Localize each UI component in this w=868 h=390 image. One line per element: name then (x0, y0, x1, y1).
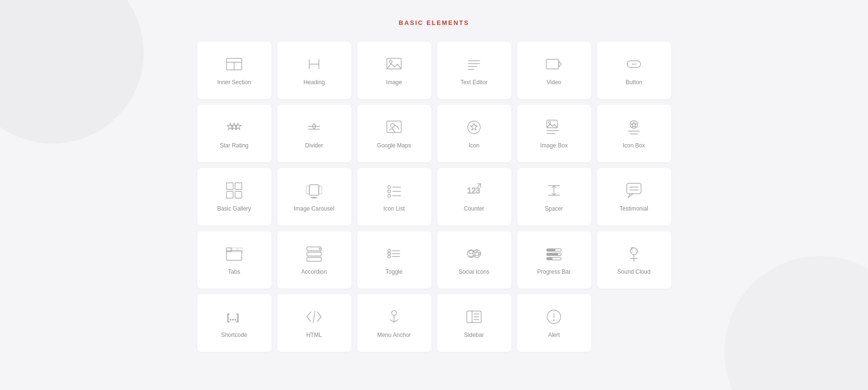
card-heading[interactable]: Heading (277, 42, 351, 99)
svg-rect-61 (232, 248, 237, 252)
svg-point-40 (314, 197, 315, 199)
card-image-box[interactable]: Image Box (517, 105, 591, 162)
card-html[interactable]: HTML (277, 294, 351, 352)
svg-rect-81 (547, 249, 555, 251)
card-label-sidebar: Sidebar (464, 332, 484, 339)
card-video[interactable]: Video (517, 42, 591, 99)
svg-point-78 (476, 250, 478, 252)
card-label-video: Video (547, 79, 561, 87)
card-google-maps[interactable]: Google Maps (357, 105, 431, 162)
svg-rect-64 (307, 252, 321, 256)
svg-marker-22 (471, 123, 477, 130)
basic-gallery-icon (224, 180, 244, 201)
card-label-button: Button (626, 79, 643, 87)
svg-point-73 (388, 255, 391, 258)
svg-point-41 (315, 197, 316, 199)
svg-rect-31 (226, 183, 233, 189)
social-icons-icon (464, 244, 484, 264)
card-label-toggle: Toggle (385, 268, 402, 276)
card-label-image: Image (386, 79, 402, 87)
svg-point-21 (468, 121, 480, 134)
card-accordion[interactable]: Accordion (277, 231, 351, 289)
star-rating-icon (224, 117, 244, 137)
svg-point-75 (473, 250, 481, 257)
svg-rect-55 (627, 183, 641, 194)
card-icon[interactable]: Icon (437, 105, 511, 162)
card-sound-cloud[interactable]: Sound Cloud (597, 231, 671, 289)
spacer-icon (544, 180, 564, 201)
card-star-rating[interactable]: Star Rating (197, 105, 271, 162)
svg-rect-23 (547, 120, 557, 128)
html-icon (304, 307, 324, 327)
card-label-sound-cloud: Sound Cloud (617, 268, 650, 276)
card-label-icon-list: Icon List (383, 205, 405, 213)
svg-marker-56 (628, 194, 633, 198)
card-label-icon: Icon (469, 142, 480, 150)
page-title: BASIC ELEMENTS (399, 19, 470, 26)
card-basic-gallery[interactable]: Basic Gallery (197, 168, 271, 225)
card-label-heading: Heading (304, 79, 325, 87)
card-progress-bar[interactable]: Progress Bar (517, 231, 591, 289)
card-label-testimonial: Testimonial (620, 205, 648, 213)
svg-rect-32 (235, 183, 242, 189)
svg-rect-60 (226, 248, 231, 252)
card-label-divider: Divider (305, 142, 323, 150)
image-icon (384, 54, 404, 74)
sound-cloud-icon (624, 244, 644, 264)
card-button[interactable]: Button (597, 42, 671, 99)
inner-section-icon (224, 54, 244, 74)
svg-rect-85 (547, 257, 552, 260)
svg-rect-77 (475, 253, 479, 256)
card-alert[interactable]: Alert (517, 294, 591, 352)
google-maps-icon (384, 117, 404, 137)
card-sidebar[interactable]: Sidebar (437, 294, 511, 352)
card-label-image-box: Image Box (540, 142, 567, 150)
svg-text:123: 123 (467, 187, 480, 195)
svg-point-102 (553, 320, 555, 321)
card-label-image-carousel: Image Carousel (294, 205, 335, 213)
card-tabs[interactable]: Tabs (197, 231, 271, 289)
card-label-alert: Alert (548, 332, 560, 339)
card-text-editor[interactable]: Text Editor (437, 42, 511, 99)
heading-icon (304, 54, 324, 74)
card-shortcode[interactable]: [...] Shortcode (197, 294, 271, 352)
video-icon (544, 54, 564, 74)
elements-grid: Inner Section Heading Image Text Editor … (197, 42, 671, 352)
svg-point-79 (479, 253, 481, 255)
card-label-progress-bar: Progress Bar (537, 268, 571, 276)
svg-line-92 (313, 311, 315, 323)
icon-box-icon (624, 117, 644, 137)
svg-point-72 (388, 252, 391, 255)
card-image[interactable]: Image (357, 42, 431, 99)
accordion-icon (304, 244, 324, 264)
svg-point-93 (392, 311, 396, 315)
card-inner-section[interactable]: Inner Section (197, 42, 271, 99)
card-label-html: HTML (306, 332, 322, 339)
svg-point-42 (388, 186, 391, 189)
svg-rect-34 (235, 191, 242, 198)
alert-icon (544, 307, 564, 327)
card-menu-anchor[interactable]: Menu Anchor (357, 294, 431, 352)
card-label-menu-anchor: Menu Anchor (377, 332, 411, 339)
svg-point-4 (389, 60, 392, 63)
card-spacer[interactable]: Spacer (517, 168, 591, 225)
card-divider[interactable]: Divider (277, 105, 351, 162)
card-label-google-maps: Google Maps (377, 142, 411, 150)
card-icon-list[interactable]: Icon List (357, 168, 431, 225)
card-label-tabs: Tabs (228, 268, 240, 276)
image-carousel-icon (304, 180, 324, 201)
svg-point-20 (391, 123, 395, 127)
card-counter[interactable]: 123 Counter (437, 168, 511, 225)
card-icon-box[interactable]: Icon Box (597, 105, 671, 162)
card-toggle[interactable]: Toggle (357, 231, 431, 289)
card-image-carousel[interactable]: Image Carousel (277, 168, 351, 225)
card-social-icons[interactable]: Social Icons (437, 231, 511, 289)
card-testimonial[interactable]: Testimonial (597, 168, 671, 225)
svg-point-86 (631, 248, 637, 255)
card-label-counter: Counter (464, 205, 485, 213)
image-box-icon (544, 117, 564, 137)
svg-point-24 (549, 122, 551, 123)
card-label-star-rating: Star Rating (220, 142, 248, 150)
divider-icon (304, 117, 324, 137)
card-label-spacer: Spacer (545, 205, 563, 213)
